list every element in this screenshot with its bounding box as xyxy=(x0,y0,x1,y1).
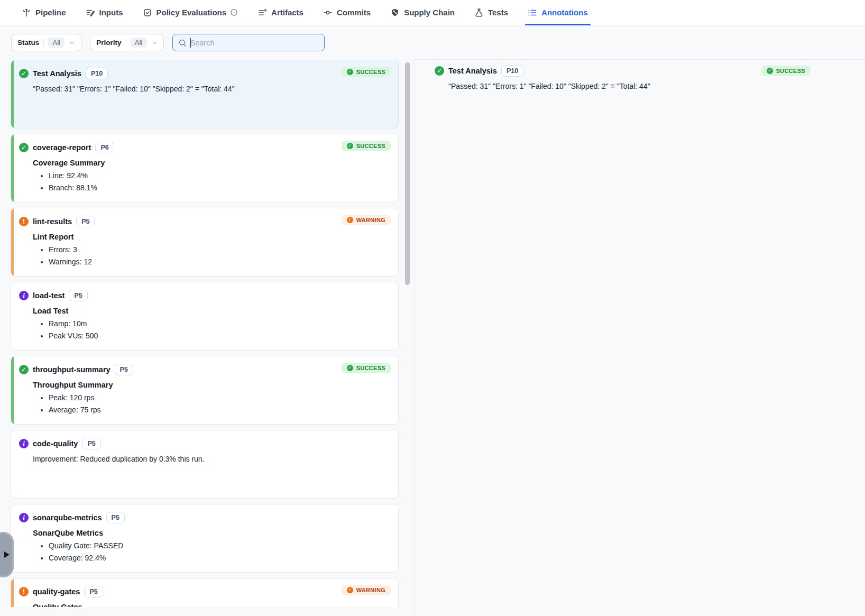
status-badge: SUCCESS xyxy=(342,141,391,151)
card-body: Load Test Ramp: 10mPeak VUs: 500 xyxy=(33,307,391,342)
bullet-item: Warnings: 12 xyxy=(49,256,391,268)
status-badge-icon xyxy=(347,143,353,149)
card-header: throughput-summary P5 SUCCESS xyxy=(19,363,391,376)
divider xyxy=(126,39,126,47)
annotations-page: Pipeline Inputs Policy Evaluations Artif… xyxy=(0,0,865,616)
chevron-down-icon xyxy=(69,40,75,46)
priority-filter-dropdown[interactable]: Priority All xyxy=(90,34,163,51)
annotation-heading: SonarQube Metrics xyxy=(33,529,391,537)
card-accent xyxy=(11,60,14,128)
annotation-heading: Quality Gates xyxy=(33,603,391,607)
status-badge: WARNING xyxy=(342,215,391,225)
annotation-card-test-analysis[interactable]: Test Analysis P10 SUCCESS "Passed: 31" "… xyxy=(11,60,399,128)
tab-label: Tests xyxy=(488,8,508,17)
card-accent xyxy=(11,134,14,202)
priority-badge: P10 xyxy=(86,68,108,79)
status-badge-label: SUCCESS xyxy=(356,365,385,371)
annotation-heading: Throughput Summary xyxy=(33,381,391,389)
status-filter-dropdown[interactable]: Status All xyxy=(11,34,81,51)
bullet-item: Average: 75 rps xyxy=(49,404,391,416)
tab-annotations[interactable]: Annotations xyxy=(528,0,588,25)
annotation-card-sonarqube-metrics[interactable]: sonarqube-metrics P5 SonarQube Metrics Q… xyxy=(11,504,399,573)
annotation-bullets: Ramp: 10mPeak VUs: 500 xyxy=(33,318,391,342)
tab-inputs[interactable]: Inputs xyxy=(86,0,123,25)
bullet-item: Errors: 3 xyxy=(49,244,391,256)
status-badge-label: WARNING xyxy=(356,587,385,593)
info-status-icon xyxy=(19,291,29,300)
priority-badge: P5 xyxy=(69,290,87,301)
success-status-icon xyxy=(19,365,29,374)
card-header: sonarqube-metrics P5 xyxy=(19,511,391,524)
annotation-title: Test Analysis xyxy=(33,69,81,78)
warning-status-icon xyxy=(19,587,29,596)
status-badge-icon xyxy=(347,69,353,75)
annotation-title: throughput-summary xyxy=(33,365,111,374)
tab-policy-evaluations[interactable]: Policy Evaluations xyxy=(143,0,238,25)
card-header: quality-gates P5 WARNING xyxy=(19,585,391,598)
card-header: coverage-report P6 SUCCESS xyxy=(19,141,391,154)
status-badge-icon xyxy=(347,217,353,223)
expand-panel-handle[interactable] xyxy=(0,532,14,577)
priority-badge: P5 xyxy=(115,364,133,375)
info-icon xyxy=(230,8,238,16)
tab-label: Pipeline xyxy=(35,8,66,17)
priority-badge: P6 xyxy=(95,142,114,153)
search-box xyxy=(172,34,325,51)
tab-pipeline[interactable]: Pipeline xyxy=(22,0,66,25)
annotation-card-lint-results[interactable]: lint-results P5 WARNING Lint Report Erro… xyxy=(11,208,399,277)
tests-icon xyxy=(474,8,484,17)
annotation-bullets: Line: 92.4%Branch: 88.1% xyxy=(33,170,391,194)
annotation-heading: Load Test xyxy=(33,307,391,315)
status-badge-label: WARNING xyxy=(356,217,385,223)
status-filter-value: All xyxy=(48,38,65,48)
expand-arrow-icon xyxy=(4,551,10,558)
divider xyxy=(43,39,44,47)
success-status-icon xyxy=(435,66,444,76)
tab-supply-chain[interactable]: Supply Chain xyxy=(390,0,455,25)
tab-label: Inputs xyxy=(99,8,123,17)
status-badge-label: SUCCESS xyxy=(356,143,385,149)
annotation-card-code-quality[interactable]: code-quality P5 Improvement: Reduced dup… xyxy=(11,430,399,499)
tab-artifacts[interactable]: Artifacts xyxy=(257,0,303,25)
tab-bar: Pipeline Inputs Policy Evaluations Artif… xyxy=(0,0,865,25)
success-status-icon xyxy=(19,143,29,152)
bullet-item: Quality Gate: PASSED xyxy=(49,540,391,552)
priority-badge: P5 xyxy=(82,438,100,449)
card-body: SonarQube Metrics Quality Gate: PASSEDCo… xyxy=(33,529,391,564)
annotation-card-load-test[interactable]: load-test P5 Load Test Ramp: 10mPeak VUs… xyxy=(11,282,399,351)
status-badge-icon xyxy=(347,587,353,593)
card-body: Lint Report Errors: 3Warnings: 12 xyxy=(33,233,391,268)
warning-status-icon xyxy=(19,217,29,226)
chevron-down-icon xyxy=(151,40,158,46)
tab-commits[interactable]: Commits xyxy=(323,0,371,25)
status-badge-icon xyxy=(767,68,773,74)
annotation-card-throughput-summary[interactable]: throughput-summary P5 SUCCESS Throughput… xyxy=(11,356,399,425)
info-status-icon xyxy=(19,513,29,522)
annotation-title: lint-results xyxy=(33,217,72,226)
bullet-item: Coverage: 92.4% xyxy=(49,552,391,564)
tab-label: Supply Chain xyxy=(404,8,455,17)
tab-label: Annotations xyxy=(541,8,588,17)
card-accent xyxy=(11,208,14,276)
annotation-bullets: Quality Gate: PASSEDCoverage: 92.4% xyxy=(33,540,391,564)
scrollbar-thumb[interactable] xyxy=(405,62,410,285)
card-body: Quality Gates xyxy=(33,603,391,607)
list-scrollbar[interactable] xyxy=(405,62,410,285)
detail-title: Test Analysis xyxy=(448,67,497,75)
card-header: load-test P5 xyxy=(19,289,391,302)
priority-badge: P10 xyxy=(501,65,523,77)
annotation-text: Improvement: Reduced duplication by 0.3%… xyxy=(33,455,391,463)
status-badge-label: SUCCESS xyxy=(776,68,805,74)
annotation-bullets: Peak: 120 rpsAverage: 75 rps xyxy=(33,392,391,416)
detail-header: Test Analysis P10 SUCCESS xyxy=(435,65,811,77)
success-status-icon xyxy=(19,69,29,78)
status-badge: SUCCESS xyxy=(342,67,391,77)
annotations-icon xyxy=(528,8,537,17)
pipeline-icon xyxy=(22,8,31,17)
tab-tests[interactable]: Tests xyxy=(474,0,508,25)
search-input[interactable] xyxy=(190,39,319,47)
status-badge: SUCCESS xyxy=(761,66,811,76)
bullet-item: Line: 92.4% xyxy=(49,170,391,182)
annotation-card-coverage-report[interactable]: coverage-report P6 SUCCESS Coverage Summ… xyxy=(11,134,399,203)
annotation-card-quality-gates[interactable]: quality-gates P5 WARNING Quality Gates xyxy=(11,578,399,607)
